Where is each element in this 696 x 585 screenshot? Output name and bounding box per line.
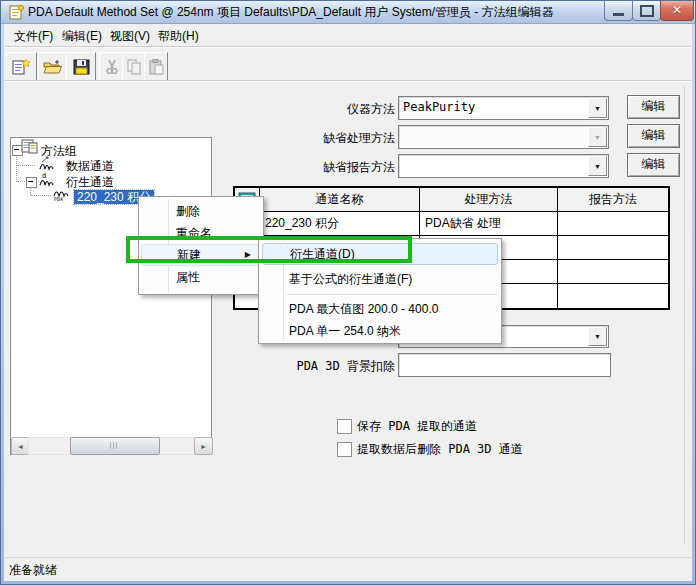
- menu-view[interactable]: 视图(V): [104, 27, 156, 45]
- column-header-channel-name: 通道名称: [260, 188, 420, 212]
- delete-3d-after-extract-label: 提取数据后删除 PDA 3D 通道: [357, 441, 523, 458]
- menu-help[interactable]: 帮助(H): [152, 27, 205, 45]
- tree-connector: [31, 195, 51, 197]
- pda-3d-background-label: PDA 3D 背景扣除: [265, 358, 395, 375]
- scrollbar-thumb[interactable]: [70, 437, 160, 455]
- client-right-edge: [684, 86, 685, 545]
- maximize-button[interactable]: [632, 1, 661, 21]
- column-header-report-method: 报告方法: [558, 188, 668, 212]
- submenu-pda-single-254[interactable]: PDA 单一 254.0 纳米: [259, 320, 501, 342]
- cell-report-method[interactable]: [558, 284, 668, 308]
- default-report-dropdown-icon[interactable]: ▼: [588, 156, 607, 176]
- scroll-left-icon: ◄: [17, 443, 24, 450]
- instrument-method-dropdown-icon[interactable]: ▼: [588, 98, 607, 118]
- highlight-annotation-box: [126, 236, 412, 263]
- pda-3d-background-field[interactable]: [398, 353, 611, 377]
- default-report-method-label: 缺省报告方法: [295, 159, 395, 176]
- instrument-method-value: PeakPurity: [403, 100, 475, 114]
- context-menu-delete[interactable]: 删除: [139, 200, 263, 222]
- instrument-method-combo[interactable]: PeakPurity ▼: [398, 96, 609, 120]
- open-button[interactable]: [38, 52, 68, 81]
- tree-node-data-channels[interactable]: 数据通道: [66, 158, 114, 174]
- cut-scissors-icon: [105, 59, 119, 75]
- window-title: PDA Default Method Set @ 254nm 项目 Defaul…: [28, 1, 554, 24]
- instrument-method-label: 仪器方法: [295, 101, 395, 118]
- default-processing-method-label: 缺省处理方法: [295, 130, 395, 147]
- save-extracted-channels-checkbox[interactable]: [337, 419, 352, 434]
- app-icon: [9, 5, 24, 20]
- edit-processing-method-button[interactable]: 编辑: [627, 124, 680, 148]
- context-menu-properties[interactable]: 属性: [139, 266, 263, 288]
- menu-edit[interactable]: 编辑(E): [56, 27, 108, 45]
- edit-report-method-button[interactable]: 编辑: [627, 153, 680, 177]
- default-processing-method-combo: ▼: [398, 125, 609, 149]
- titlebar[interactable]: PDA Default Method Set @ 254nm 项目 Defaul…: [1, 1, 695, 24]
- tree-collapse-toggle-derived[interactable]: [26, 177, 37, 188]
- new-method-set-icon: [12, 58, 31, 75]
- status-text: 准备就绪: [9, 562, 57, 579]
- new-method-set-button[interactable]: [6, 52, 37, 81]
- save-extracted-channels-label: 保存 PDA 提取的通道: [357, 418, 477, 435]
- minimize-icon: [613, 13, 624, 16]
- derived-icon-letter: d: [42, 172, 46, 180]
- edit-instrument-method-button[interactable]: 编辑: [627, 95, 680, 119]
- submenu-pda-max-plot[interactable]: PDA 最大值图 200.0 - 400.0: [259, 298, 501, 320]
- cell-processing-method[interactable]: PDA缺省 处理: [420, 212, 558, 236]
- statusbar: 准备就绪: [4, 557, 692, 581]
- tree-connector: [17, 165, 35, 167]
- tree-node-label: 数据通道: [66, 159, 114, 173]
- copy-icon: [127, 59, 142, 75]
- menu-separator: [287, 294, 497, 295]
- cell-report-method[interactable]: [558, 236, 668, 260]
- minimize-button[interactable]: [604, 1, 633, 21]
- extracted-channel-dropdown-icon[interactable]: ▼: [588, 327, 607, 346]
- open-folder-icon: [43, 59, 63, 75]
- close-icon: ✕: [672, 2, 682, 19]
- default-processing-dropdown-icon: ▼: [588, 127, 607, 147]
- menu-file[interactable]: 文件(F): [8, 27, 59, 45]
- close-button[interactable]: ✕: [660, 1, 694, 21]
- save-button[interactable]: [66, 52, 96, 81]
- maximize-icon: [640, 5, 654, 17]
- paste-clipboard-icon: [149, 59, 164, 75]
- tree-connector: [30, 187, 32, 195]
- cell-report-method[interactable]: [558, 260, 668, 284]
- default-report-method-combo[interactable]: ▼: [398, 154, 609, 178]
- scroll-right-icon: ►: [200, 443, 207, 450]
- paste-button[interactable]: [144, 52, 168, 81]
- scroll-right-button[interactable]: ►: [194, 437, 213, 455]
- delete-3d-after-extract-checkbox[interactable]: [337, 442, 352, 457]
- tree-connector: [17, 181, 25, 183]
- tree-connector: [16, 154, 18, 182]
- cell-channel-name[interactable]: 220_230 积分: [260, 212, 420, 236]
- toolbar-separator: [5, 80, 691, 82]
- cell-report-method[interactable]: [558, 212, 668, 236]
- pda-icon-label: PDA: [54, 196, 63, 202]
- menubar-separator: [5, 46, 691, 48]
- save-floppy-icon: [73, 59, 90, 75]
- column-header-processing-method: 处理方法: [420, 188, 558, 212]
- submenu-formula-derived-channel[interactable]: 基于公式的衍生通道(F): [259, 267, 501, 291]
- cut-button[interactable]: [99, 52, 124, 81]
- method-set-editor-window: PDA Default Method Set @ 254nm 项目 Defaul…: [0, 0, 696, 585]
- copy-button[interactable]: [122, 52, 146, 81]
- method-group-icon: [21, 139, 38, 158]
